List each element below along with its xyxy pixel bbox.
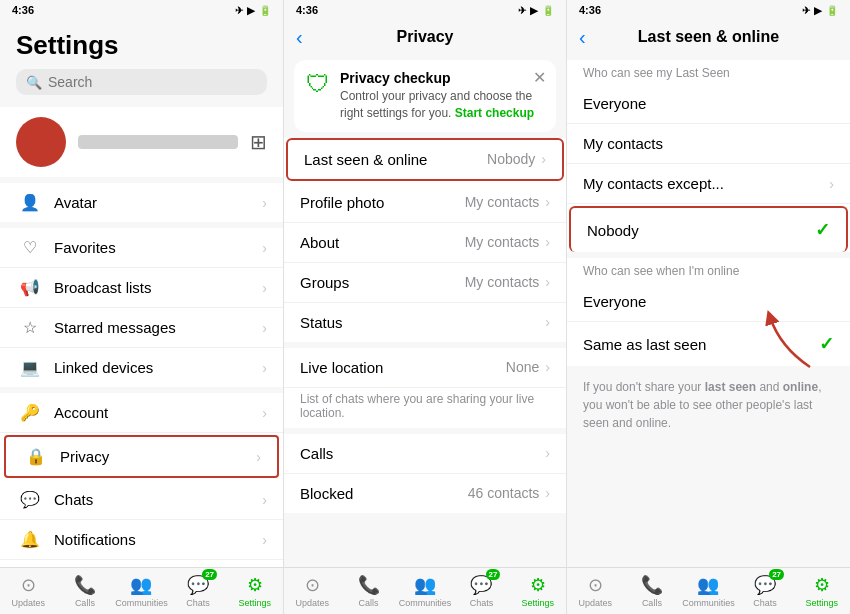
settings-tab-label-1: Settings xyxy=(238,598,271,608)
nobody-checkmark: ✓ xyxy=(815,219,830,241)
favorites-label: Favorites xyxy=(54,239,262,256)
checkup-shield-icon: 🛡 xyxy=(306,70,330,98)
privacy-title: Privacy xyxy=(397,28,454,46)
chats-badge-icon-2: 💬27 xyxy=(470,574,492,596)
tab-bar-2: ⊙ Updates 📞 Calls 👥 Communities 💬27 Chat… xyxy=(284,567,566,614)
live-location-note: List of chats where you are sharing your… xyxy=(284,388,566,428)
settings-item-privacy[interactable]: 🔒 Privacy › xyxy=(4,435,279,478)
tab-settings-1[interactable]: ⚙ Settings xyxy=(226,572,283,610)
tab-updates-3[interactable]: ⊙ Updates xyxy=(567,572,624,610)
favorites-icon: ♡ xyxy=(16,238,44,257)
updates-label-2: Updates xyxy=(295,598,329,608)
search-icon: 🔍 xyxy=(26,75,42,90)
broadcast-icon: 📢 xyxy=(16,278,44,297)
broadcast-chevron: › xyxy=(262,280,267,296)
settings-tab-label-3: Settings xyxy=(805,598,838,608)
checkup-close-button[interactable]: ✕ xyxy=(533,68,546,87)
about-label: About xyxy=(300,234,465,251)
tab-communities-2[interactable]: 👥 Communities xyxy=(397,572,453,610)
privacy-item-status[interactable]: Status › xyxy=(284,303,566,342)
tab-calls-3[interactable]: 📞 Calls xyxy=(624,572,681,610)
settings-item-notifications[interactable]: 🔔 Notifications › xyxy=(0,520,283,560)
privacy-item-photo[interactable]: Profile photo My contacts › xyxy=(284,183,566,223)
privacy-section-location: Live location None › List of chats where… xyxy=(284,348,566,428)
privacy-item-about[interactable]: About My contacts › xyxy=(284,223,566,263)
settings-item-starred[interactable]: ☆ Starred messages › xyxy=(0,308,283,348)
tab-chats-3[interactable]: 💬27 Chats xyxy=(737,572,794,610)
broadcast-label: Broadcast lists xyxy=(54,279,262,296)
lastseen-item-everyone1[interactable]: Everyone xyxy=(567,84,850,124)
settings-item-avatar[interactable]: 👤 Avatar › xyxy=(0,183,283,222)
tab-calls-1[interactable]: 📞 Calls xyxy=(57,572,114,610)
mycontacts1-label: My contacts xyxy=(583,135,834,152)
lastseen-item-mycontacts1[interactable]: My contacts xyxy=(567,124,850,164)
calls-privacy-label: Calls xyxy=(300,445,545,462)
groups-chevron: › xyxy=(545,274,550,290)
status-time-2: 4:36 xyxy=(296,4,318,16)
livelocation-chevron: › xyxy=(545,359,550,375)
lastseen-label: Last seen & online xyxy=(304,151,487,168)
lastseen-item-mycontactsexcept[interactable]: My contacts except... › xyxy=(567,164,850,204)
lastseen-item-nobody[interactable]: Nobody ✓ xyxy=(569,206,848,252)
tab-communities-3[interactable]: 👥 Communities xyxy=(680,572,737,610)
calls-icon-1: 📞 xyxy=(74,574,96,596)
settings-icon-3: ⚙ xyxy=(814,574,830,596)
calls-icon-3: 📞 xyxy=(641,574,663,596)
privacy-chevron: › xyxy=(256,449,261,465)
settings-item-account[interactable]: 🔑 Account › xyxy=(0,393,283,433)
tab-communities-1[interactable]: 👥 Communities xyxy=(113,572,170,610)
chats-badge-count-3: 27 xyxy=(769,569,784,580)
privacy-item-calls[interactable]: Calls › xyxy=(284,434,566,474)
status-time-1: 4:36 xyxy=(12,4,34,16)
checkup-link[interactable]: Start checkup xyxy=(455,106,534,120)
updates-icon-1: ⊙ xyxy=(21,574,36,596)
tab-updates-1[interactable]: ⊙ Updates xyxy=(0,572,57,610)
note-text: If you don't share your last seen and on… xyxy=(583,380,821,430)
lastseen-nav-header: ‹ Last seen & online xyxy=(567,20,850,54)
settings-item-linked[interactable]: 💻 Linked devices › xyxy=(0,348,283,387)
profile-name-bar xyxy=(78,135,238,149)
lastseen-section-1: Who can see my Last Seen Everyone My con… xyxy=(567,60,850,252)
status-chevron: › xyxy=(545,314,550,330)
lastseen-panel: 4:36 ✈ ▶ 🔋 ‹ Last seen & online Who can … xyxy=(567,0,850,614)
lastseen-note: If you don't share your last seen and on… xyxy=(567,372,850,442)
tab-settings-2[interactable]: ⚙ Settings xyxy=(510,572,566,610)
everyone1-label: Everyone xyxy=(583,95,834,112)
tab-settings-3[interactable]: ⚙ Settings xyxy=(793,572,850,610)
settings-item-favorites[interactable]: ♡ Favorites › xyxy=(0,228,283,268)
tab-chats-1[interactable]: 💬27 Chats xyxy=(170,572,227,610)
tab-chats-2[interactable]: 💬27 Chats xyxy=(453,572,509,610)
tab-calls-2[interactable]: 📞 Calls xyxy=(340,572,396,610)
privacy-back-button[interactable]: ‹ xyxy=(296,26,303,49)
linked-icon: 💻 xyxy=(16,358,44,377)
lastseen-value: Nobody xyxy=(487,151,535,167)
privacy-item-livelocation[interactable]: Live location None › xyxy=(284,348,566,388)
lastseen-back-button[interactable]: ‹ xyxy=(579,26,586,49)
communities-label-3: Communities xyxy=(682,598,735,608)
settings-section-account: 🔑 Account › 🔒 Privacy › 💬 Chats › 🔔 Noti… xyxy=(0,393,283,567)
settings-item-storage[interactable]: ↕ Storage and data › xyxy=(0,560,283,567)
privacy-item-groups[interactable]: Groups My contacts › xyxy=(284,263,566,303)
search-input[interactable] xyxy=(48,74,257,90)
status-bar-1: 4:36 ✈ ▶ 🔋 xyxy=(0,0,283,20)
avatar xyxy=(16,117,66,167)
account-label: Account xyxy=(54,404,262,421)
mycontactsexcept-label: My contacts except... xyxy=(583,175,829,192)
linked-chevron: › xyxy=(262,360,267,376)
tab-bar-1: ⊙ Updates 📞 Calls 👥 Communities 💬27 Chat… xyxy=(0,567,283,614)
settings-icon-2: ⚙ xyxy=(530,574,546,596)
qr-icon[interactable]: ⊞ xyxy=(250,130,267,154)
settings-item-chats[interactable]: 💬 Chats › xyxy=(0,480,283,520)
privacy-item-blocked[interactable]: Blocked 46 contacts › xyxy=(284,474,566,513)
chats-badge-icon-1: 💬27 xyxy=(187,574,209,596)
profile-row[interactable]: ⊞ xyxy=(0,107,283,177)
checkup-desc: Control your privacy and choose the righ… xyxy=(340,88,544,122)
chats-badge-count-1: 27 xyxy=(202,569,217,580)
privacy-label: Privacy xyxy=(60,448,256,465)
chats-tab-label-1: Chats xyxy=(186,598,210,608)
tab-updates-2[interactable]: ⊙ Updates xyxy=(284,572,340,610)
settings-item-broadcast[interactable]: 📢 Broadcast lists › xyxy=(0,268,283,308)
search-bar[interactable]: 🔍 xyxy=(16,69,267,95)
privacy-item-lastseen[interactable]: Last seen & online Nobody › xyxy=(286,138,564,181)
privacy-section-calls: Calls › Blocked 46 contacts › xyxy=(284,434,566,513)
